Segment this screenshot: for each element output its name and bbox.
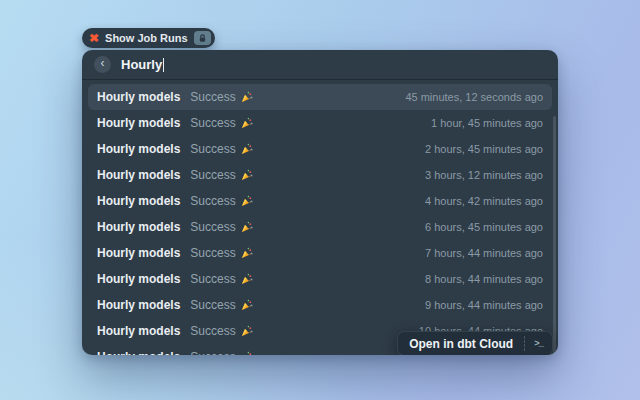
search-input[interactable]: Hourly (121, 57, 164, 72)
job-run-row[interactable]: Hourly models Success 2 hours, 45 minute… (88, 136, 552, 162)
party-popper-icon (241, 91, 253, 103)
job-run-title: Hourly models (97, 298, 180, 312)
job-run-status: Success (190, 324, 252, 338)
lock-icon (194, 31, 211, 45)
party-popper-icon (241, 143, 253, 155)
party-popper-icon (241, 169, 253, 181)
job-run-title: Hourly models (97, 272, 180, 286)
party-popper-icon (241, 117, 253, 129)
job-run-row[interactable]: Hourly models Success 6 hours, 45 minute… (88, 214, 552, 240)
raycast-window: ‹ Hourly Hourly models Success 45 minute… (82, 50, 558, 355)
job-run-title: Hourly models (97, 194, 180, 208)
job-run-timestamp: 45 minutes, 12 seconds ago (405, 91, 543, 103)
job-run-status: Success (190, 142, 252, 156)
job-run-row[interactable]: Hourly models Success 3 hours, 12 minute… (88, 162, 552, 188)
job-run-status: Success (190, 194, 252, 208)
job-run-title: Hourly models (97, 116, 180, 130)
job-run-status: Success (190, 220, 252, 234)
job-run-timestamp: 9 hours, 44 minutes ago (425, 299, 543, 311)
party-popper-icon (241, 273, 253, 285)
enter-key-icon: >_ (525, 339, 552, 349)
open-in-dbt-cloud-button[interactable]: Open in dbt Cloud >_ (397, 331, 553, 355)
job-run-title: Hourly models (97, 142, 180, 156)
job-run-timestamp: 7 hours, 44 minutes ago (425, 247, 543, 259)
scrollbar[interactable] (553, 116, 556, 355)
job-run-title: Hourly models (97, 246, 180, 260)
job-run-status: Success (190, 350, 252, 355)
search-value: Hourly (121, 57, 162, 72)
party-popper-icon (241, 351, 253, 355)
job-run-timestamp: 3 hours, 12 minutes ago (425, 169, 543, 181)
job-run-timestamp: 2 hours, 45 minutes ago (425, 143, 543, 155)
job-run-row[interactable]: Hourly models Success 8 hours, 44 minute… (88, 266, 552, 292)
job-run-row[interactable]: Hourly models Success 4 hours, 42 minute… (88, 188, 552, 214)
party-popper-icon (241, 195, 253, 207)
job-run-title: Hourly models (97, 324, 180, 338)
job-run-title: Hourly models (97, 90, 180, 104)
job-run-title: Hourly models (97, 168, 180, 182)
party-popper-icon (241, 247, 253, 259)
job-run-status: Success (190, 116, 252, 130)
job-run-row[interactable]: Hourly models Success 7 hours, 44 minute… (88, 240, 552, 266)
back-button[interactable]: ‹ (94, 56, 111, 73)
job-run-row[interactable]: Hourly models Success 1 hour, 45 minutes… (88, 110, 552, 136)
job-run-timestamp: 4 hours, 42 minutes ago (425, 195, 543, 207)
command-pill[interactable]: ✖ Show Job Runs (82, 28, 215, 48)
job-run-timestamp: 8 hours, 44 minutes ago (425, 273, 543, 285)
job-run-status: Success (190, 272, 252, 286)
rows-container: Hourly models Success 45 minutes, 12 sec… (88, 84, 552, 355)
job-run-timestamp: 6 hours, 45 minutes ago (425, 221, 543, 233)
action-label: Open in dbt Cloud (398, 337, 524, 351)
job-run-row[interactable]: Hourly models Success 45 minutes, 12 sec… (88, 84, 552, 110)
dbt-logo-icon: ✖ (89, 32, 99, 43)
job-run-status: Success (190, 246, 252, 260)
job-run-title: Hourly models (97, 220, 180, 234)
search-bar: ‹ Hourly (82, 50, 558, 80)
job-runs-list: Hourly models Success 45 minutes, 12 sec… (82, 80, 558, 355)
job-run-status: Success (190, 90, 252, 104)
command-pill-label: Show Job Runs (105, 32, 188, 44)
job-run-timestamp: 1 hour, 45 minutes ago (431, 117, 543, 129)
job-run-status: Success (190, 168, 252, 182)
job-run-title: Hourly models (97, 350, 180, 355)
job-run-row[interactable]: Hourly models Success 9 hours, 44 minute… (88, 292, 552, 318)
party-popper-icon (241, 221, 253, 233)
party-popper-icon (241, 325, 253, 337)
text-caret (163, 58, 164, 72)
party-popper-icon (241, 299, 253, 311)
job-run-status: Success (190, 298, 252, 312)
